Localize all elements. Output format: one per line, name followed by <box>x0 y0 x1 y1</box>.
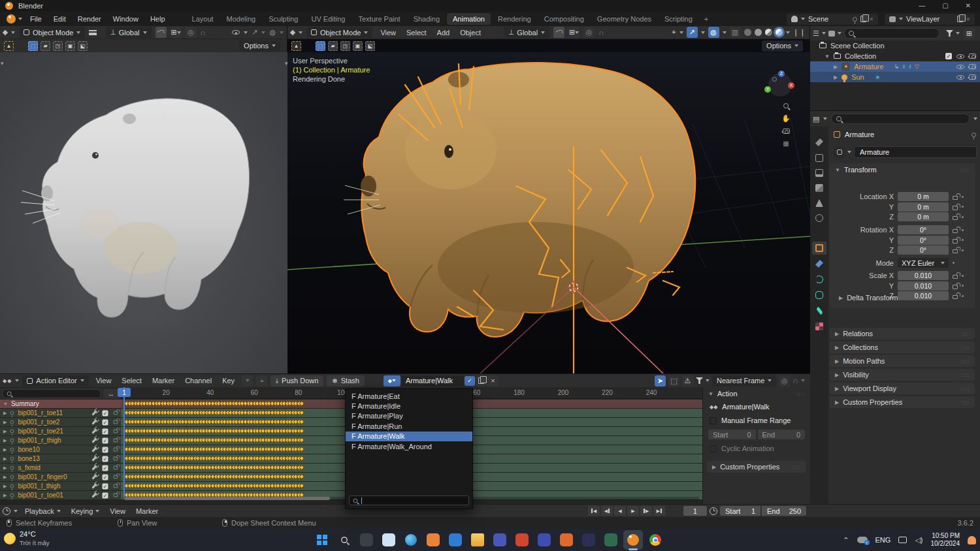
select-tool-3[interactable]: ◳ <box>340 41 350 51</box>
taskbar-app-teams[interactable] <box>490 530 510 550</box>
channel-label[interactable]: s_fxmid <box>18 464 40 471</box>
manual-frame-range-checkbox[interactable]: Manual Frame Range <box>703 413 810 428</box>
fake-user-button[interactable]: ✓ <box>465 376 475 386</box>
action-name-field[interactable]: Armature|Walk <box>401 375 464 386</box>
delete-viewlayer-button[interactable]: × <box>966 15 970 23</box>
channel-label[interactable]: bip001_r_toe21 <box>18 428 63 435</box>
playhead-line[interactable] <box>123 387 125 497</box>
zoom-icon[interactable] <box>783 103 789 108</box>
properties-tab-object[interactable] <box>812 242 826 255</box>
dropdown-item-f-armature-run[interactable]: F Armature|Run <box>346 421 472 431</box>
scene-selector[interactable]: Scene × <box>787 14 878 25</box>
gizmos-dropdown-icon[interactable]: ↗ <box>252 28 257 37</box>
channel-name-summary[interactable]: ▼Summary <box>0 400 121 408</box>
channel-name-bip001_r_finger0[interactable]: ▶bip001_r_finger0✓ <box>0 473 121 481</box>
workspace-tab-scripting[interactable]: Scripting <box>659 13 698 25</box>
menu-select[interactable]: Select <box>402 29 431 37</box>
select-tool-2[interactable]: ▰ <box>328 41 338 51</box>
animate-dot-icon[interactable] <box>962 275 964 277</box>
animate-dot-icon[interactable] <box>962 216 964 218</box>
modifier-wrench-icon[interactable] <box>91 474 97 479</box>
prev-keyframe-button[interactable]: ◀ <box>601 506 613 516</box>
menu-key[interactable]: Key <box>218 377 238 385</box>
push-down-button[interactable]: ⤓Push Down <box>270 375 323 386</box>
gizmo-y-axis[interactable]: Y <box>764 86 771 93</box>
channel-enable-checkbox[interactable]: ✓ <box>103 483 108 489</box>
hamburger-menu-icon[interactable] <box>89 30 97 35</box>
channel-enable-checkbox[interactable]: ✓ <box>103 410 108 416</box>
taskbar-app-app-red[interactable] <box>512 530 532 550</box>
menu-select[interactable]: Select <box>118 377 146 385</box>
channel-lock-icon[interactable] <box>114 484 118 488</box>
shading-solid-icon[interactable] <box>755 29 762 36</box>
onedrive-icon[interactable]: i <box>857 537 868 543</box>
channel-label[interactable]: bip001_r_toe2 <box>18 418 59 426</box>
workspace-tab-compositing[interactable]: Compositing <box>538 13 590 25</box>
taskbar-app-app-green[interactable] <box>601 530 621 550</box>
animate-dot-icon[interactable] <box>962 206 964 208</box>
modifier-wrench-icon[interactable] <box>91 456 97 461</box>
snap-target-icon[interactable]: ⊞ <box>568 27 580 38</box>
taskbar-app-microsoft-store[interactable] <box>446 530 465 550</box>
properties-editor-icon[interactable]: ▤ <box>813 115 819 123</box>
snap-target-icon[interactable]: ⊞ <box>171 27 182 38</box>
filter-icon[interactable] <box>946 30 953 37</box>
properties-search-input[interactable] <box>831 114 970 124</box>
current-frame-field[interactable]: 1 <box>683 506 707 516</box>
workspace-tab-layout[interactable]: Layout <box>186 13 220 25</box>
pin-icon[interactable] <box>10 430 14 433</box>
pin-icon[interactable] <box>10 448 14 452</box>
shading-material-icon[interactable] <box>765 29 772 36</box>
custom-properties-panel[interactable]: ▶Custom Properties :::: <box>707 461 806 473</box>
snap-magnet-icon[interactable] <box>553 27 564 38</box>
falloff-curve-icon[interactable]: ∩ <box>201 28 206 37</box>
network-icon[interactable] <box>898 537 907 543</box>
keyframe[interactable] <box>299 428 304 433</box>
language-indicator[interactable]: ENG <box>875 536 891 544</box>
outliner-display-mode-icon[interactable]: ☰ <box>813 29 819 38</box>
orientation-selector[interactable]: ⟂Global <box>504 27 549 38</box>
channel-lock-icon[interactable] <box>114 494 118 497</box>
taskbar-app-edge-browser[interactable] <box>401 530 421 550</box>
use-preview-range-icon[interactable] <box>710 507 717 515</box>
channel-name-s_fxmid[interactable]: ▶s_fxmid✓ <box>0 464 121 472</box>
properties-tab-texture[interactable] <box>812 320 826 333</box>
proportional-editing-icon[interactable]: ◎ <box>779 375 790 386</box>
channel-enable-checkbox[interactable]: ✓ <box>103 456 108 462</box>
menu-view[interactable]: View <box>376 29 400 37</box>
end-frame-field[interactable]: End250 <box>762 506 806 516</box>
pin-icon[interactable] <box>10 494 14 497</box>
taskbar-app-contacts-app[interactable] <box>423 530 443 550</box>
outliner-search-input[interactable] <box>844 28 939 39</box>
toolbar-collapse-arrow[interactable]: ▾ <box>1 60 4 67</box>
channel-lock-icon[interactable] <box>114 466 118 469</box>
taskbar-app-file-explorer[interactable] <box>468 530 487 550</box>
taskbar-app-chrome[interactable] <box>645 530 665 550</box>
channel-enable-checkbox[interactable]: ✓ <box>103 492 108 498</box>
lock-icon[interactable] <box>953 229 958 234</box>
expand-arrow[interactable]: ▶ <box>834 64 838 70</box>
blender-menu-icon[interactable] <box>7 14 16 24</box>
keyframe[interactable] <box>299 437 304 443</box>
move-channel-down-button[interactable] <box>242 375 253 386</box>
channel-name-bone13[interactable]: ▶bone13✓ <box>0 454 121 463</box>
timeline-menu-keying[interactable]: Keying <box>67 507 104 515</box>
dropdown-item-f-armature-play[interactable]: F Armature|Play <box>346 411 472 421</box>
notification-bell-icon[interactable] <box>968 536 976 544</box>
expand-arrow[interactable]: ▼ <box>3 401 8 406</box>
select-tool-5[interactable]: ⬕ <box>78 41 88 51</box>
properties-tab-output[interactable] <box>812 166 826 180</box>
rotation-mode-dropdown[interactable]: XYZ Euler <box>898 258 949 268</box>
visibility-dropdown-icon[interactable] <box>232 30 240 35</box>
value-field[interactable]: 0° <box>898 245 949 255</box>
animate-dot-icon[interactable] <box>962 196 964 198</box>
properties-section-visibility[interactable]: ▶Visibility:::: <box>830 369 975 381</box>
taskbar-app-task-view-app[interactable] <box>357 530 376 550</box>
only-selected-toggle[interactable]: ➤ <box>655 375 666 386</box>
jump-to-end-button[interactable]: ▶ <box>653 506 665 516</box>
falloff-curve-icon[interactable]: ∩ <box>792 376 798 385</box>
menu-object[interactable]: Object <box>456 29 485 37</box>
pin-icon[interactable] <box>10 411 14 415</box>
errors-toggle[interactable]: ⚠ <box>682 375 693 386</box>
pin-icon[interactable] <box>10 457 14 461</box>
